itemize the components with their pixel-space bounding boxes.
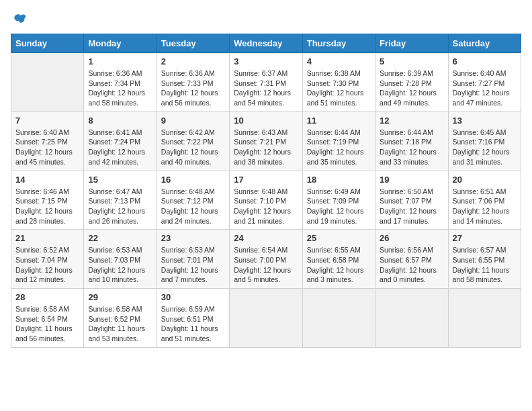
cell-content: Sunrise: 6:53 AMSunset: 7:03 PMDaylight:… (88, 245, 152, 285)
calendar-cell: 11Sunrise: 6:44 AMSunset: 7:19 PMDayligh… (302, 111, 375, 171)
day-number: 29 (88, 292, 152, 302)
day-number: 4 (307, 56, 371, 66)
cell-content: Sunrise: 6:40 AMSunset: 7:25 PMDaylight:… (15, 128, 79, 167)
calendar-cell: 18Sunrise: 6:49 AMSunset: 7:09 PMDayligh… (302, 171, 375, 230)
day-number: 21 (15, 233, 79, 243)
cell-content: Sunrise: 6:46 AMSunset: 7:15 PMDaylight:… (15, 187, 79, 226)
calendar-cell: 8Sunrise: 6:41 AMSunset: 7:24 PMDaylight… (84, 111, 157, 171)
calendar-table: SundayMondayTuesdayWednesdayThursdayFrid… (11, 34, 521, 348)
day-number: 27 (453, 233, 517, 243)
calendar-cell: 6Sunrise: 6:40 AMSunset: 7:27 PMDaylight… (448, 53, 521, 112)
cell-content: Sunrise: 6:45 AMSunset: 7:16 PMDaylight:… (453, 128, 517, 167)
calendar-cell: 23Sunrise: 6:53 AMSunset: 7:01 PMDayligh… (157, 230, 229, 289)
cell-content: Sunrise: 6:36 AMSunset: 7:34 PMDaylight:… (88, 68, 152, 108)
calendar-cell (302, 289, 375, 348)
day-number: 20 (453, 175, 517, 185)
cell-content: Sunrise: 6:40 AMSunset: 7:27 PMDaylight:… (453, 68, 517, 108)
calendar-week-row: 1Sunrise: 6:36 AMSunset: 7:34 PMDaylight… (11, 53, 521, 112)
calendar-cell (11, 53, 84, 112)
calendar-cell: 15Sunrise: 6:47 AMSunset: 7:13 PMDayligh… (84, 171, 157, 230)
cell-content: Sunrise: 6:57 AMSunset: 6:55 PMDaylight:… (453, 245, 517, 285)
cell-content: Sunrise: 6:54 AMSunset: 7:00 PMDaylight:… (234, 245, 298, 285)
cell-content: Sunrise: 6:38 AMSunset: 7:30 PMDaylight:… (307, 68, 371, 108)
calendar-cell: 5Sunrise: 6:39 AMSunset: 7:28 PMDaylight… (375, 53, 448, 112)
day-number: 1 (88, 56, 152, 66)
calendar-cell: 12Sunrise: 6:44 AMSunset: 7:18 PMDayligh… (375, 111, 448, 171)
calendar-week-row: 14Sunrise: 6:46 AMSunset: 7:15 PMDayligh… (11, 171, 521, 230)
cell-content: Sunrise: 6:43 AMSunset: 7:21 PMDaylight:… (234, 128, 298, 167)
calendar-cell: 3Sunrise: 6:37 AMSunset: 7:31 PMDaylight… (230, 53, 302, 112)
cell-content: Sunrise: 6:44 AMSunset: 7:19 PMDaylight:… (307, 128, 371, 167)
calendar-cell: 20Sunrise: 6:51 AMSunset: 7:06 PMDayligh… (448, 171, 521, 230)
day-number: 12 (380, 116, 443, 126)
calendar-cell: 21Sunrise: 6:52 AMSunset: 7:04 PMDayligh… (11, 230, 84, 289)
cell-content: Sunrise: 6:53 AMSunset: 7:01 PMDaylight:… (161, 245, 225, 285)
calendar-cell: 25Sunrise: 6:55 AMSunset: 6:58 PMDayligh… (302, 230, 375, 289)
calendar-cell: 14Sunrise: 6:46 AMSunset: 7:15 PMDayligh… (11, 171, 84, 230)
calendar-cell: 26Sunrise: 6:56 AMSunset: 6:57 PMDayligh… (375, 230, 448, 289)
calendar-cell (448, 289, 521, 348)
cell-content: Sunrise: 6:58 AMSunset: 6:52 PMDaylight:… (88, 304, 152, 344)
calendar-cell (375, 289, 448, 348)
logo (11, 11, 27, 26)
day-number: 11 (307, 116, 371, 126)
day-number: 26 (380, 233, 443, 243)
cell-content: Sunrise: 6:42 AMSunset: 7:22 PMDaylight:… (161, 128, 225, 167)
day-number: 5 (380, 56, 443, 66)
cell-content: Sunrise: 6:44 AMSunset: 7:18 PMDaylight:… (380, 128, 443, 167)
cell-content: Sunrise: 6:59 AMSunset: 6:51 PMDaylight:… (161, 304, 225, 344)
day-number: 25 (307, 233, 371, 243)
day-number: 17 (234, 175, 298, 185)
calendar-cell: 9Sunrise: 6:42 AMSunset: 7:22 PMDaylight… (157, 111, 229, 171)
cell-content: Sunrise: 6:48 AMSunset: 7:10 PMDaylight:… (234, 187, 298, 226)
day-number: 18 (307, 175, 371, 185)
header-monday: Monday (84, 34, 157, 53)
day-number: 6 (453, 56, 517, 66)
calendar-cell: 13Sunrise: 6:45 AMSunset: 7:16 PMDayligh… (448, 111, 521, 171)
calendar-cell: 7Sunrise: 6:40 AMSunset: 7:25 PMDaylight… (11, 111, 84, 171)
cell-content: Sunrise: 6:56 AMSunset: 6:57 PMDaylight:… (380, 245, 443, 285)
header-sunday: Sunday (11, 34, 84, 53)
cell-content: Sunrise: 6:51 AMSunset: 7:06 PMDaylight:… (453, 187, 517, 226)
cell-content: Sunrise: 6:55 AMSunset: 6:58 PMDaylight:… (307, 245, 371, 285)
calendar-week-row: 7Sunrise: 6:40 AMSunset: 7:25 PMDaylight… (11, 111, 521, 171)
day-number: 9 (161, 116, 225, 126)
day-number: 24 (234, 233, 298, 243)
header-friday: Friday (375, 34, 448, 53)
header-saturday: Saturday (448, 34, 521, 53)
calendar-cell (230, 289, 302, 348)
cell-content: Sunrise: 6:36 AMSunset: 7:33 PMDaylight:… (161, 68, 225, 108)
day-number: 10 (234, 116, 298, 126)
day-number: 28 (15, 292, 79, 302)
calendar-cell: 29Sunrise: 6:58 AMSunset: 6:52 PMDayligh… (84, 289, 157, 348)
header-thursday: Thursday (302, 34, 375, 53)
day-number: 16 (161, 175, 225, 185)
calendar-cell: 17Sunrise: 6:48 AMSunset: 7:10 PMDayligh… (230, 171, 302, 230)
day-number: 30 (161, 292, 225, 302)
header-tuesday: Tuesday (157, 34, 229, 53)
calendar-week-row: 28Sunrise: 6:58 AMSunset: 6:54 PMDayligh… (11, 289, 521, 348)
cell-content: Sunrise: 6:50 AMSunset: 7:07 PMDaylight:… (380, 187, 443, 226)
cell-content: Sunrise: 6:58 AMSunset: 6:54 PMDaylight:… (15, 304, 79, 344)
calendar-cell: 19Sunrise: 6:50 AMSunset: 7:07 PMDayligh… (375, 171, 448, 230)
day-number: 19 (380, 175, 443, 185)
cell-content: Sunrise: 6:41 AMSunset: 7:24 PMDaylight:… (88, 128, 152, 167)
logo-bird-icon (12, 11, 27, 26)
calendar-cell: 16Sunrise: 6:48 AMSunset: 7:12 PMDayligh… (157, 171, 229, 230)
day-number: 14 (15, 175, 79, 185)
day-number: 23 (161, 233, 225, 243)
page-header (11, 11, 521, 26)
calendar-cell: 4Sunrise: 6:38 AMSunset: 7:30 PMDaylight… (302, 53, 375, 112)
day-number: 8 (88, 116, 152, 126)
calendar-cell: 10Sunrise: 6:43 AMSunset: 7:21 PMDayligh… (230, 111, 302, 171)
calendar-cell: 30Sunrise: 6:59 AMSunset: 6:51 PMDayligh… (157, 289, 229, 348)
day-number: 7 (15, 116, 79, 126)
day-number: 2 (161, 56, 225, 66)
cell-content: Sunrise: 6:48 AMSunset: 7:12 PMDaylight:… (161, 187, 225, 226)
calendar-header-row: SundayMondayTuesdayWednesdayThursdayFrid… (11, 34, 521, 53)
calendar-week-row: 21Sunrise: 6:52 AMSunset: 7:04 PMDayligh… (11, 230, 521, 289)
day-number: 3 (234, 56, 298, 66)
cell-content: Sunrise: 6:39 AMSunset: 7:28 PMDaylight:… (380, 68, 443, 108)
header-wednesday: Wednesday (230, 34, 302, 53)
calendar-cell: 1Sunrise: 6:36 AMSunset: 7:34 PMDaylight… (84, 53, 157, 112)
